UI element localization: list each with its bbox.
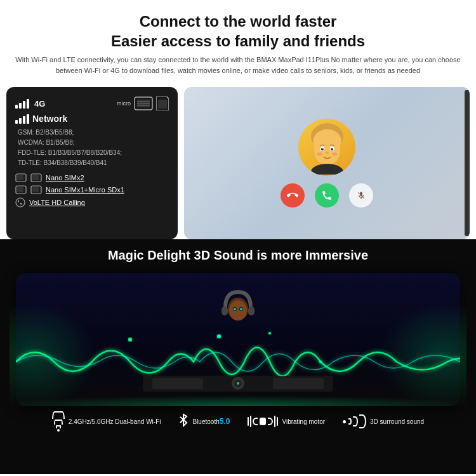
wcdma-spec: WCDMA: B1/B5/B8;: [18, 138, 169, 148]
bluetooth-label: Bluetooth5.0: [192, 417, 230, 427]
td-spec: TD-TLE: B34/B38/B39/B40/B41: [18, 158, 169, 168]
svg-rect-5: [158, 100, 167, 109]
phone-icon: [15, 197, 25, 208]
signal-icon: [15, 99, 29, 109]
micro-sim-area: micro: [117, 96, 169, 111]
svg-point-26: [332, 152, 338, 155]
signal-small-icon: [15, 114, 29, 124]
svg-point-24: [325, 152, 328, 154]
svg-point-32: [229, 300, 247, 321]
waveform-svg: [16, 330, 460, 393]
sound3d-label: 3D surround sound: [370, 418, 424, 426]
sim-icon-2: [30, 173, 42, 182]
svg-point-22: [322, 148, 323, 149]
top-section: Connect to the world fasterEasier access…: [0, 0, 476, 82]
sound-title: Magic Delight 3D Sound is more Immersive: [0, 239, 476, 267]
bottom-features: 2.4GHz/5.0GHz Dual-band Wi-Fi Bluetooth5…: [0, 406, 476, 432]
avatar-face: [298, 119, 355, 176]
vibrate-icon: [248, 416, 278, 427]
svg-rect-13: [32, 187, 39, 192]
sub-description: With Wi-Fi and LTE connectivity, you can…: [13, 55, 463, 76]
micro-label: micro: [117, 100, 131, 107]
fdd-spec: FDD-TLE: B1/B3/B5/B7/B8/B20/B34;: [18, 148, 169, 158]
sim-card-icon: [133, 96, 154, 111]
feature-nano-sim2: Nano SIMx2: [46, 174, 84, 182]
end-call-button[interactable]: [281, 183, 305, 208]
bluetooth-feature: Bluetooth5.0: [178, 413, 230, 430]
bluetooth-icon: [178, 413, 188, 430]
svg-rect-7: [17, 175, 23, 180]
badge-4g: 4G: [34, 99, 45, 109]
svg-point-35: [234, 308, 236, 310]
video-call-panel: [184, 87, 470, 239]
svg-point-21: [331, 148, 333, 150]
network-header: 4G micro: [15, 96, 169, 111]
svg-rect-30: [248, 307, 255, 315]
svg-rect-42: [152, 378, 203, 389]
svg-rect-29: [221, 307, 228, 315]
svg-point-23: [332, 148, 333, 149]
svg-point-14: [16, 198, 25, 207]
middle-row: 4G micro: [6, 87, 470, 239]
sound3d-feature: 3D surround sound: [343, 414, 424, 428]
wifi-icon: [52, 411, 65, 432]
avatar-svg: [300, 121, 354, 175]
network-panel: 4G micro: [6, 87, 178, 239]
wifi-feature: 2.4GHz/5.0GHz Dual-band Wi-Fi: [52, 411, 161, 432]
network-specs: GSM: B2/B3/B5/B8; WCDMA: B1/B5/B8; FDD-T…: [15, 128, 169, 168]
network-label-row: Network: [15, 114, 169, 124]
feature-nano-sim1: Nano SIMx1+Micro SDx1: [46, 186, 124, 194]
bottom-section: Magic Delight 3D Sound is more Immersive: [0, 239, 476, 474]
vibrate-label: Vibrating motor: [282, 418, 325, 426]
network-label: Network: [32, 114, 67, 124]
feature-volte: VoLTE HD Calling: [29, 199, 85, 206]
wifi-label: 2.4GHz/5.0GHz Dual-band Wi-Fi: [69, 418, 161, 426]
gsm-spec: GSM: B2/B3/B5/B8;: [18, 128, 169, 138]
feature-nano-sim2-row: Nano SIMx2: [15, 173, 169, 182]
feature-nano-sim1-row: Nano SIMx1+Micro SDx1: [15, 185, 169, 194]
sd-icon: [30, 185, 42, 194]
main-title: Connect to the world fasterEasier access…: [13, 11, 463, 51]
svg-point-20: [321, 148, 323, 150]
svg-rect-43: [273, 378, 324, 389]
dj-figure: [213, 282, 263, 336]
svg-point-39: [268, 332, 271, 334]
tablet-frame-right: [465, 90, 470, 236]
accept-call-button[interactable]: [315, 183, 339, 208]
vibrate-feature: Vibrating motor: [248, 416, 325, 427]
svg-point-46: [237, 382, 239, 385]
feature-volte-row: VoLTE HD Calling: [15, 197, 169, 208]
sound3d-icon: [343, 414, 366, 428]
svg-point-36: [240, 308, 242, 310]
svg-rect-9: [32, 175, 39, 180]
mute-button[interactable]: [349, 183, 373, 208]
svg-point-17: [314, 135, 340, 166]
call-buttons: [281, 183, 373, 208]
svg-point-25: [317, 152, 322, 155]
svg-point-40: [319, 360, 322, 363]
svg-point-38: [217, 334, 221, 338]
svg-rect-11: [17, 187, 23, 192]
tablet-sound-container: [16, 267, 460, 406]
sim-icon-3: [15, 185, 27, 194]
sim-icon-1: [15, 173, 27, 182]
sim-card2-icon: [156, 96, 169, 110]
svg-point-37: [128, 338, 132, 341]
